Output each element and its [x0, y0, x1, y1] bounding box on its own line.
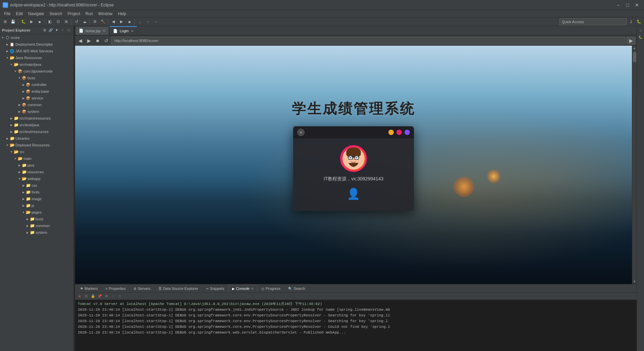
url-bar[interactable] — [111, 37, 625, 44]
tree-item-score[interactable]: ▼ ⬡ score — [0, 34, 73, 41]
toolbar-btn-13[interactable]: → — [152, 18, 160, 26]
menu-project[interactable]: Project — [65, 10, 83, 17]
tree-item-common[interactable]: ▶ 📦 common — [0, 101, 73, 108]
dot-purple[interactable] — [405, 130, 410, 135]
toolbar-btn-11[interactable]: ↓ — [136, 18, 144, 26]
tree-item-main[interactable]: ▼ 📂 main — [0, 155, 73, 162]
scroll-up-arrow[interactable]: ▲ — [632, 46, 637, 50]
tab-search[interactable]: 🔍 Search — [284, 285, 309, 292]
tree-item-src-main-resources[interactable]: ▶ 📁 src/main/resources — [0, 115, 73, 122]
menu-file[interactable]: File — [1, 10, 13, 17]
console-minimize-button[interactable]: − — [110, 293, 116, 299]
scroll-thumb[interactable] — [633, 52, 636, 62]
console-settings-button[interactable]: ⚙ — [103, 293, 109, 299]
menu-search[interactable]: Search — [47, 10, 65, 17]
stop-button[interactable]: ■ — [36, 18, 43, 26]
new-button[interactable]: ⊞ — [1, 18, 9, 26]
panel-minimize-button[interactable]: − — [60, 28, 65, 33]
menu-window[interactable]: Window — [96, 10, 115, 17]
tab-close-home[interactable]: ✕ — [103, 29, 105, 33]
tree-item-src[interactable]: ▼ 📂 src — [0, 148, 73, 155]
minimize-button[interactable]: − — [614, 1, 623, 9]
tab-login[interactable]: 📄 Login ✕ — [109, 26, 137, 35]
dialog-close-button[interactable]: ✕ — [297, 129, 305, 136]
panel-controls[interactable]: ⊞ 🔗 ▼ − □ — [42, 28, 71, 33]
tree-item-webapp[interactable]: ▼ 📂 webapp — [0, 175, 73, 182]
tree-item-service[interactable]: ▶ 📦 service — [0, 95, 73, 101]
tree-item-src-main-java[interactable]: ▼ 📂 src/main/java — [0, 61, 73, 68]
run-button[interactable]: ▶ — [28, 18, 35, 26]
toolbar-btn-5[interactable]: ☁ — [81, 18, 88, 26]
menu-help[interactable]: Help — [115, 10, 129, 17]
tab-progress[interactable]: ◷ Progress — [258, 285, 284, 292]
menu-edit[interactable]: Edit — [13, 10, 25, 17]
tab-snippets[interactable]: ✂ Snippets — [202, 285, 228, 292]
toolbar-btn-8[interactable]: ◀ — [110, 18, 117, 26]
tab-properties[interactable]: ≡ Properties — [102, 285, 129, 292]
dialog-dots[interactable] — [388, 130, 410, 135]
tab-servers[interactable]: ⚙ Servers — [130, 285, 154, 292]
debug-button[interactable]: 🐛 — [20, 18, 27, 26]
maximize-button[interactable]: □ — [623, 1, 632, 9]
tab-close-login[interactable]: ✕ — [131, 29, 133, 33]
console-clear-button[interactable]: ⊡ — [83, 293, 89, 299]
back-button[interactable]: ◀ — [76, 37, 84, 44]
link-with-editor-button[interactable]: 🔗 — [48, 28, 53, 33]
far-right-btn-1[interactable]: J — [638, 28, 644, 34]
tree-item-system-2[interactable]: ▶ 📁 system — [0, 229, 73, 236]
tree-item-jaxws[interactable]: ▶ 🌐 JAX-WS Web Services — [0, 48, 73, 54]
dot-pink[interactable] — [396, 130, 402, 135]
toolbar-btn-1[interactable]: ◧ — [46, 18, 54, 26]
scroll-down-arrow[interactable]: ▼ — [632, 279, 637, 284]
save-button[interactable]: 💾 — [9, 18, 17, 26]
console-maximize-button[interactable]: □ — [117, 293, 123, 299]
stop-button[interactable]: ■ — [94, 37, 101, 44]
tree-item-java[interactable]: ▶ 📁 java — [0, 162, 73, 169]
forward-button[interactable]: ▶ — [85, 37, 93, 44]
browser-scrollbar[interactable]: ▲ ▼ — [632, 46, 637, 284]
tree-item-css[interactable]: ▶ 📁 css — [0, 182, 73, 189]
dot-yellow[interactable] — [388, 130, 394, 135]
tree-item-buss-1[interactable]: ▼ 📦 buss — [0, 75, 73, 81]
tree-item-entity-base[interactable]: ▶ 📦 entity.base — [0, 88, 73, 95]
tree-item-controller[interactable]: ▶ 📦 controller — [0, 81, 73, 88]
tab-close-console[interactable]: ✕ — [251, 287, 254, 291]
tree-item-java-resources[interactable]: ▼ 📂 Java Resources — [0, 54, 73, 61]
toolbar-btn-9[interactable]: ▶ — [118, 18, 125, 26]
tree-item-deployment[interactable]: ▶ 📋 Deployment Descriptor — [0, 41, 73, 48]
tree-item-js[interactable]: ▶ 📁 js — [0, 202, 73, 209]
console-stop-button[interactable]: ■ — [76, 293, 83, 299]
project-tree[interactable]: ▼ ⬡ score ▶ 📋 Deployment Descriptor ▶ 🌐 … — [0, 34, 73, 351]
perspective-java-button[interactable]: J — [627, 18, 635, 26]
refresh-button[interactable]: ↺ — [103, 37, 110, 44]
go-button[interactable]: ▶ — [627, 37, 635, 44]
title-bar-controls[interactable]: − □ ✕ — [614, 1, 641, 9]
console-pin-button[interactable]: 📌 — [97, 293, 103, 299]
toolbar-btn-6[interactable]: ⚙ — [91, 18, 99, 26]
scroll-track[interactable] — [632, 50, 637, 279]
far-right-btn-2[interactable]: 🐛 — [638, 34, 644, 40]
close-button[interactable]: ✕ — [633, 1, 641, 9]
toolbar-btn-7[interactable]: 🔨 — [99, 18, 107, 26]
perspective-debug-button[interactable]: 🐛 — [635, 18, 643, 26]
tab-home-jsp[interactable]: 📄 home.jsp ✕ — [75, 26, 109, 35]
tree-item-libraries[interactable]: ▶ 📁 Libraries — [0, 135, 73, 142]
console-scroll-lock[interactable]: 🔒 — [90, 293, 96, 299]
tab-markers[interactable]: ⚑ Markers — [76, 285, 102, 292]
tree-item-buss-2[interactable]: ▶ 📁 buss — [0, 216, 73, 222]
toolbar-btn-2[interactable]: ⊡ — [54, 18, 62, 26]
tree-item-deployed-resources[interactable]: ▼ 📂 Deployed Resources — [0, 142, 73, 148]
tab-data-source[interactable]: 🗄 Data Source Explorer — [155, 285, 202, 292]
menu-run[interactable]: Run — [83, 10, 96, 17]
toolbar-btn-3[interactable]: ⊞ — [62, 18, 70, 26]
tree-item-common-2[interactable]: ▶ 📁 common — [0, 222, 73, 229]
tree-item-system[interactable]: ▶ 📦 system — [0, 108, 73, 115]
collapse-all-button[interactable]: ⊞ — [42, 28, 47, 33]
tree-item-fonts[interactable]: ▶ 📁 fonts — [0, 189, 73, 195]
tree-item-pages[interactable]: ▼ 📂 pages — [0, 209, 73, 216]
menu-navigate[interactable]: Navigate — [25, 10, 47, 17]
toolbar-btn-12[interactable]: ↑ — [144, 18, 152, 26]
tree-item-com-bjpowernode[interactable]: ▼ 📦 com.bjpowernode — [0, 68, 73, 75]
toolbar-btn-10[interactable]: ■ — [126, 18, 133, 26]
tree-item-src-test-java[interactable]: ▶ 📁 src/test/java — [0, 122, 73, 128]
